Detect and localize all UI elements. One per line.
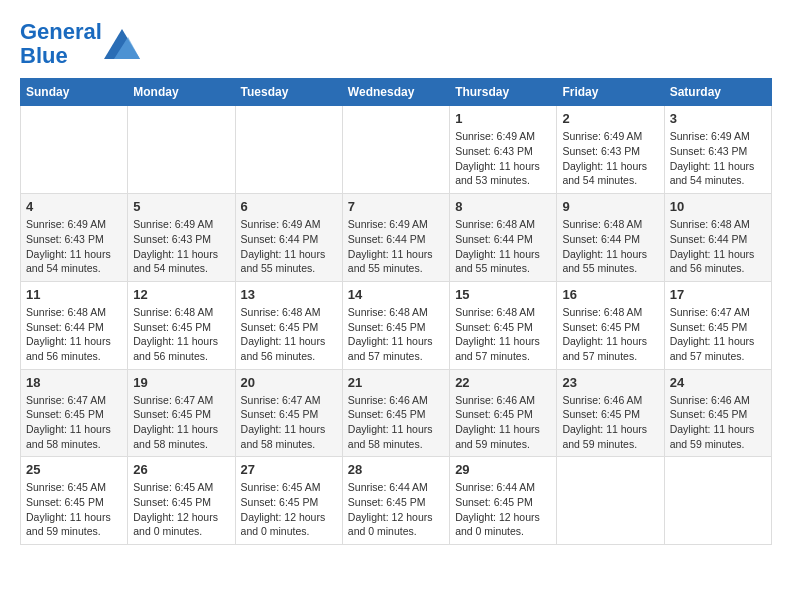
- day-info: Sunrise: 6:45 AM Sunset: 6:45 PM Dayligh…: [133, 480, 229, 539]
- calendar-cell: 11Sunrise: 6:48 AM Sunset: 6:44 PM Dayli…: [21, 281, 128, 369]
- day-number: 15: [455, 287, 551, 302]
- day-info: Sunrise: 6:47 AM Sunset: 6:45 PM Dayligh…: [241, 393, 337, 452]
- day-info: Sunrise: 6:49 AM Sunset: 6:43 PM Dayligh…: [26, 217, 122, 276]
- calendar-cell: 6Sunrise: 6:49 AM Sunset: 6:44 PM Daylig…: [235, 194, 342, 282]
- weekday-header: Saturday: [664, 79, 771, 106]
- calendar-week-row: 25Sunrise: 6:45 AM Sunset: 6:45 PM Dayli…: [21, 457, 772, 545]
- day-number: 29: [455, 462, 551, 477]
- day-number: 6: [241, 199, 337, 214]
- day-number: 28: [348, 462, 444, 477]
- page-header: General Blue: [20, 20, 772, 68]
- day-number: 8: [455, 199, 551, 214]
- day-number: 3: [670, 111, 766, 126]
- calendar-cell: 26Sunrise: 6:45 AM Sunset: 6:45 PM Dayli…: [128, 457, 235, 545]
- calendar-cell: 13Sunrise: 6:48 AM Sunset: 6:45 PM Dayli…: [235, 281, 342, 369]
- day-number: 26: [133, 462, 229, 477]
- day-number: 4: [26, 199, 122, 214]
- day-info: Sunrise: 6:49 AM Sunset: 6:43 PM Dayligh…: [455, 129, 551, 188]
- calendar-cell: 5Sunrise: 6:49 AM Sunset: 6:43 PM Daylig…: [128, 194, 235, 282]
- weekday-header: Tuesday: [235, 79, 342, 106]
- logo-text: General Blue: [20, 20, 102, 68]
- calendar-cell: 7Sunrise: 6:49 AM Sunset: 6:44 PM Daylig…: [342, 194, 449, 282]
- weekday-header: Sunday: [21, 79, 128, 106]
- calendar-cell: [342, 106, 449, 194]
- day-info: Sunrise: 6:46 AM Sunset: 6:45 PM Dayligh…: [455, 393, 551, 452]
- day-number: 19: [133, 375, 229, 390]
- calendar-cell: 22Sunrise: 6:46 AM Sunset: 6:45 PM Dayli…: [450, 369, 557, 457]
- day-info: Sunrise: 6:47 AM Sunset: 6:45 PM Dayligh…: [26, 393, 122, 452]
- day-info: Sunrise: 6:44 AM Sunset: 6:45 PM Dayligh…: [348, 480, 444, 539]
- calendar-cell: 20Sunrise: 6:47 AM Sunset: 6:45 PM Dayli…: [235, 369, 342, 457]
- calendar-cell: 3Sunrise: 6:49 AM Sunset: 6:43 PM Daylig…: [664, 106, 771, 194]
- calendar-cell: [128, 106, 235, 194]
- day-number: 22: [455, 375, 551, 390]
- day-number: 16: [562, 287, 658, 302]
- calendar-cell: 24Sunrise: 6:46 AM Sunset: 6:45 PM Dayli…: [664, 369, 771, 457]
- calendar-cell: 1Sunrise: 6:49 AM Sunset: 6:43 PM Daylig…: [450, 106, 557, 194]
- day-number: 10: [670, 199, 766, 214]
- day-info: Sunrise: 6:47 AM Sunset: 6:45 PM Dayligh…: [670, 305, 766, 364]
- calendar-cell: 28Sunrise: 6:44 AM Sunset: 6:45 PM Dayli…: [342, 457, 449, 545]
- day-info: Sunrise: 6:46 AM Sunset: 6:45 PM Dayligh…: [348, 393, 444, 452]
- weekday-header: Friday: [557, 79, 664, 106]
- day-info: Sunrise: 6:48 AM Sunset: 6:44 PM Dayligh…: [26, 305, 122, 364]
- day-info: Sunrise: 6:48 AM Sunset: 6:45 PM Dayligh…: [241, 305, 337, 364]
- logo: General Blue: [20, 20, 140, 68]
- calendar-cell: 12Sunrise: 6:48 AM Sunset: 6:45 PM Dayli…: [128, 281, 235, 369]
- day-info: Sunrise: 6:48 AM Sunset: 6:44 PM Dayligh…: [455, 217, 551, 276]
- day-info: Sunrise: 6:49 AM Sunset: 6:43 PM Dayligh…: [133, 217, 229, 276]
- day-info: Sunrise: 6:47 AM Sunset: 6:45 PM Dayligh…: [133, 393, 229, 452]
- day-info: Sunrise: 6:49 AM Sunset: 6:44 PM Dayligh…: [241, 217, 337, 276]
- calendar-cell: 4Sunrise: 6:49 AM Sunset: 6:43 PM Daylig…: [21, 194, 128, 282]
- day-info: Sunrise: 6:48 AM Sunset: 6:45 PM Dayligh…: [562, 305, 658, 364]
- calendar-cell: 16Sunrise: 6:48 AM Sunset: 6:45 PM Dayli…: [557, 281, 664, 369]
- calendar-cell: 25Sunrise: 6:45 AM Sunset: 6:45 PM Dayli…: [21, 457, 128, 545]
- day-number: 20: [241, 375, 337, 390]
- day-info: Sunrise: 6:44 AM Sunset: 6:45 PM Dayligh…: [455, 480, 551, 539]
- day-number: 1: [455, 111, 551, 126]
- weekday-header: Monday: [128, 79, 235, 106]
- day-info: Sunrise: 6:48 AM Sunset: 6:45 PM Dayligh…: [455, 305, 551, 364]
- day-number: 9: [562, 199, 658, 214]
- day-number: 21: [348, 375, 444, 390]
- day-info: Sunrise: 6:48 AM Sunset: 6:44 PM Dayligh…: [562, 217, 658, 276]
- calendar-week-row: 11Sunrise: 6:48 AM Sunset: 6:44 PM Dayli…: [21, 281, 772, 369]
- day-info: Sunrise: 6:48 AM Sunset: 6:44 PM Dayligh…: [670, 217, 766, 276]
- calendar-cell: 15Sunrise: 6:48 AM Sunset: 6:45 PM Dayli…: [450, 281, 557, 369]
- day-number: 5: [133, 199, 229, 214]
- calendar-header: SundayMondayTuesdayWednesdayThursdayFrid…: [21, 79, 772, 106]
- calendar-cell: [664, 457, 771, 545]
- calendar-week-row: 18Sunrise: 6:47 AM Sunset: 6:45 PM Dayli…: [21, 369, 772, 457]
- calendar-week-row: 1Sunrise: 6:49 AM Sunset: 6:43 PM Daylig…: [21, 106, 772, 194]
- calendar-cell: 8Sunrise: 6:48 AM Sunset: 6:44 PM Daylig…: [450, 194, 557, 282]
- day-number: 23: [562, 375, 658, 390]
- calendar-cell: 23Sunrise: 6:46 AM Sunset: 6:45 PM Dayli…: [557, 369, 664, 457]
- day-number: 17: [670, 287, 766, 302]
- day-number: 13: [241, 287, 337, 302]
- day-number: 11: [26, 287, 122, 302]
- day-info: Sunrise: 6:49 AM Sunset: 6:44 PM Dayligh…: [348, 217, 444, 276]
- day-info: Sunrise: 6:45 AM Sunset: 6:45 PM Dayligh…: [241, 480, 337, 539]
- day-info: Sunrise: 6:48 AM Sunset: 6:45 PM Dayligh…: [133, 305, 229, 364]
- calendar-cell: 17Sunrise: 6:47 AM Sunset: 6:45 PM Dayli…: [664, 281, 771, 369]
- calendar-cell: 18Sunrise: 6:47 AM Sunset: 6:45 PM Dayli…: [21, 369, 128, 457]
- calendar-cell: [235, 106, 342, 194]
- calendar-week-row: 4Sunrise: 6:49 AM Sunset: 6:43 PM Daylig…: [21, 194, 772, 282]
- day-number: 18: [26, 375, 122, 390]
- day-number: 25: [26, 462, 122, 477]
- day-number: 7: [348, 199, 444, 214]
- calendar-body: 1Sunrise: 6:49 AM Sunset: 6:43 PM Daylig…: [21, 106, 772, 545]
- day-info: Sunrise: 6:48 AM Sunset: 6:45 PM Dayligh…: [348, 305, 444, 364]
- calendar-table: SundayMondayTuesdayWednesdayThursdayFrid…: [20, 78, 772, 545]
- weekday-header: Thursday: [450, 79, 557, 106]
- calendar-cell: [557, 457, 664, 545]
- calendar-cell: 19Sunrise: 6:47 AM Sunset: 6:45 PM Dayli…: [128, 369, 235, 457]
- day-number: 24: [670, 375, 766, 390]
- day-number: 12: [133, 287, 229, 302]
- day-number: 14: [348, 287, 444, 302]
- calendar-cell: 27Sunrise: 6:45 AM Sunset: 6:45 PM Dayli…: [235, 457, 342, 545]
- day-info: Sunrise: 6:46 AM Sunset: 6:45 PM Dayligh…: [562, 393, 658, 452]
- day-info: Sunrise: 6:45 AM Sunset: 6:45 PM Dayligh…: [26, 480, 122, 539]
- calendar-cell: 21Sunrise: 6:46 AM Sunset: 6:45 PM Dayli…: [342, 369, 449, 457]
- calendar-cell: 14Sunrise: 6:48 AM Sunset: 6:45 PM Dayli…: [342, 281, 449, 369]
